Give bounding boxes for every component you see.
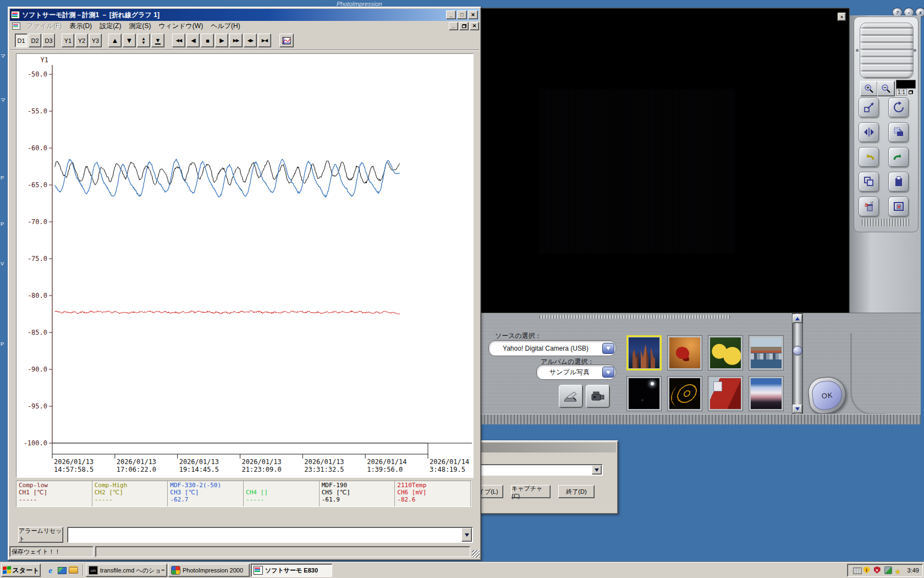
toolbar-d1-button[interactable]: D1 <box>15 34 28 47</box>
crop-selection-button[interactable] <box>888 122 909 142</box>
child-restore-button[interactable] <box>459 22 469 30</box>
star-icon[interactable]: ★ <box>895 566 903 574</box>
thumbnail-sunset-clouds[interactable] <box>749 376 784 411</box>
toolbar-d3-button[interactable]: D3 <box>42 34 55 47</box>
toolbar-d2-button[interactable]: D2 <box>29 34 41 47</box>
alarm-combo-arrow-icon[interactable] <box>461 528 472 542</box>
ok-button[interactable]: OK <box>807 375 848 416</box>
x-tick-time: 21:23:09.0 <box>242 466 282 473</box>
rewind-button[interactable]: ◀◀ <box>172 34 185 47</box>
time-range-box[interactable] <box>52 443 428 454</box>
thumbnail-desert-spires[interactable] <box>626 335 662 370</box>
ratio-1-1-label[interactable]: 1:1 <box>896 89 907 96</box>
thumbnail-cardinal-bird[interactable] <box>667 335 702 370</box>
resize-grip[interactable] <box>472 550 480 558</box>
measurement-titlebar[interactable]: ソフトサーモ計測－計測1 － [折れ線グラフ 1] _ □ ✕ <box>10 9 479 21</box>
expand-range-button[interactable]: ◀▶ <box>244 34 257 47</box>
source-select-combo[interactable]: Yahoo! Digital Camera (USB) <box>488 340 616 356</box>
thumbnail-scrollbar[interactable] <box>792 313 803 415</box>
thumbnail-light-spiral[interactable] <box>667 376 702 411</box>
zoom-out-button[interactable] <box>877 81 895 96</box>
source-select-label: ソースの選択： <box>495 331 542 341</box>
keyboard-icon[interactable] <box>853 566 861 574</box>
shield-warning-icon[interactable]: ! <box>864 566 872 574</box>
thumbnail-night-sky[interactable] <box>626 376 662 411</box>
mail-icon[interactable] <box>57 566 67 575</box>
start-button[interactable]: スタート <box>1 564 41 577</box>
redo-button[interactable] <box>888 147 909 167</box>
menu-item-1[interactable]: 表示(D) <box>65 20 96 32</box>
desktop-icon-fragment[interactable]: V <box>1 261 7 266</box>
scroll-up-icon[interactable] <box>793 314 802 323</box>
toolbar-y1-button[interactable]: Y1 <box>62 34 74 47</box>
desktop-icon-fragment[interactable]: マ <box>1 97 7 104</box>
app-chart-icon <box>11 11 20 19</box>
minimize-button[interactable]: _ <box>446 10 456 19</box>
desktop-icon-fragment[interactable]: P <box>1 221 7 227</box>
rotate-button[interactable] <box>888 97 909 117</box>
flip-horizontal-button[interactable] <box>859 122 879 142</box>
album-select-value: サンプル写真 <box>537 368 602 377</box>
update-icon[interactable] <box>884 566 893 574</box>
album-select-combo[interactable]: サンプル写真 <box>536 364 616 380</box>
scanner-acquire-button[interactable] <box>559 385 583 408</box>
stop-button[interactable]: ■ <box>201 34 214 47</box>
child-minimize-button[interactable]: _ <box>449 22 458 30</box>
menu-item-2[interactable]: 設定(Z) <box>96 20 125 32</box>
child-close-button[interactable]: ✕ <box>470 22 479 30</box>
close-button[interactable]: ✕ <box>468 10 478 19</box>
thumbnail-ship-flag[interactable] <box>708 376 743 411</box>
play-button[interactable]: ▶ <box>215 34 228 47</box>
chart-panel: Y1-50.0-55.0-60.0-65.0-70.0-75.0-80.0-85… <box>16 53 474 478</box>
fit-window-icon[interactable] <box>909 90 913 94</box>
task-button-0[interactable]: cmtransfile.cmd へのショート... <box>86 564 167 577</box>
task-button-1[interactable]: PhotoImpression 2000 <box>168 564 250 577</box>
frame-close-button[interactable] <box>888 197 909 216</box>
zoom-in-button[interactable] <box>860 81 878 96</box>
album-combo-arrow-icon[interactable] <box>602 367 614 378</box>
step-back-button[interactable]: ◀ <box>186 34 200 47</box>
ship-flag-image <box>710 378 741 409</box>
menu-bar: ファイル(F)表示(D)設定(Z)測定(S)ウィンドウ(W)ヘルプ(H) _ ✕ <box>10 21 479 31</box>
menu-item-3[interactable]: 測定(S) <box>125 20 155 32</box>
source-combo-arrow-icon[interactable] <box>602 343 614 354</box>
copy-button[interactable] <box>859 172 879 192</box>
menu-item-4[interactable]: ウィンドウ(W) <box>155 20 207 32</box>
line-graph-view-button[interactable] <box>279 34 294 47</box>
clipboard-button[interactable] <box>888 172 909 192</box>
up-arrow-button[interactable]: ▲ <box>108 34 122 47</box>
line-chart: Y1-50.0-55.0-60.0-65.0-70.0-75.0-80.0-85… <box>16 54 473 477</box>
undo-button[interactable] <box>859 147 879 167</box>
delete-button[interactable] <box>859 197 879 216</box>
thumbnail-harbor-village[interactable] <box>749 335 784 370</box>
desktop-icon-fragment[interactable]: P <box>1 175 7 181</box>
folder-icon[interactable] <box>69 566 78 575</box>
capture-combo-arrow-icon[interactable] <box>592 465 602 475</box>
up-down-arrows-button[interactable]: ▲▼ <box>137 34 150 47</box>
maximize-button[interactable]: □ <box>457 10 467 19</box>
thumbnail-yellow-flowers[interactable] <box>708 335 743 370</box>
alarm-combo[interactable] <box>67 527 473 543</box>
preview-close-icon[interactable]: x <box>838 13 846 21</box>
toolbar-y3-button[interactable]: Y3 <box>89 34 102 47</box>
windows-flag-icon <box>3 566 11 574</box>
desktop-icon-fragment[interactable]: マ <box>1 53 7 60</box>
shield-error-icon[interactable]: x <box>874 566 882 574</box>
toolbar-y2-button[interactable]: Y2 <box>75 34 88 47</box>
collapse-range-button[interactable]: ▶◀ <box>258 34 271 47</box>
alarm-reset-button[interactable]: アラームリセット <box>18 527 63 543</box>
down-to-line-button[interactable]: ▼ <box>151 34 164 47</box>
exit-button[interactable]: 終了(D) <box>558 485 595 498</box>
scroll-knob[interactable] <box>793 346 802 356</box>
scroll-down-icon[interactable] <box>793 405 802 413</box>
resize-button[interactable] <box>859 97 879 117</box>
child-system-icon[interactable] <box>12 23 20 30</box>
camcorder-acquire-button[interactable] <box>586 385 610 408</box>
task-button-2[interactable]: ソフトサーモ E830 <box>251 564 332 577</box>
menu-item-5[interactable]: ヘルプ(H) <box>207 20 244 32</box>
fast-forward-button[interactable]: ▶▶ <box>229 34 243 47</box>
ie-icon[interactable]: e <box>46 566 55 575</box>
capture-button[interactable]: キャプチャ(C) <box>511 485 551 498</box>
desktop-icon-fragment[interactable]: P <box>1 341 7 347</box>
down-arrow-button[interactable]: ▼ <box>123 34 136 47</box>
